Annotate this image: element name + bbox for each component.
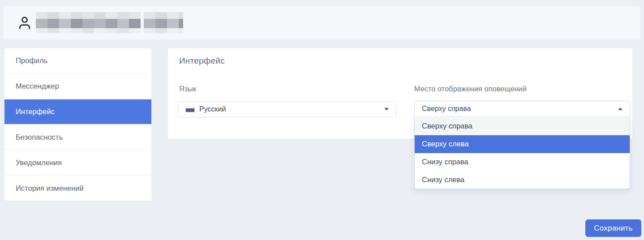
sidebar-item-interface[interactable]: Интерфейс xyxy=(4,99,151,124)
dropdown-option-bottom-right[interactable]: Снизу справа xyxy=(415,153,630,171)
sidebar-item-messenger[interactable]: Мессенджер xyxy=(4,73,151,99)
dropdown-option-top-right[interactable]: Сверху справа xyxy=(415,117,630,135)
dropdown-option-bottom-left[interactable]: Снизу слева xyxy=(415,171,630,189)
redacted-block xyxy=(36,12,141,33)
dropdown-option-top-left[interactable]: Сверху слева xyxy=(415,135,630,153)
notification-position-label: Место отображения оповещений xyxy=(414,85,527,93)
notification-position-select[interactable]: Сверху справа xyxy=(414,101,630,117)
save-button[interactable]: Сохранить xyxy=(585,219,641,237)
sidebar-item-notifications[interactable]: Уведомления xyxy=(4,150,151,175)
sidebar-item-security[interactable]: Безопасность xyxy=(4,124,151,150)
user-header xyxy=(4,6,640,39)
user-name-redacted xyxy=(36,12,183,33)
redacted-block xyxy=(144,12,183,33)
russia-flag-icon xyxy=(185,107,195,112)
language-select[interactable]: Русский xyxy=(178,101,396,117)
sidebar-item-profile[interactable]: Профиль xyxy=(4,48,151,73)
language-select-value: Русский xyxy=(199,105,226,113)
person-icon xyxy=(17,15,32,30)
notification-position-select-value: Сверху справа xyxy=(422,105,471,113)
chevron-down-icon xyxy=(384,108,389,111)
settings-nav: Профиль Мессенджер Интерфейс Безопасност… xyxy=(4,48,151,201)
language-label: Язык xyxy=(179,85,196,93)
chevron-up-icon xyxy=(618,107,623,110)
panel-title: Интерфейс xyxy=(179,56,225,66)
settings-screen: Профиль Мессенджер Интерфейс Безопасност… xyxy=(0,0,644,240)
sidebar-item-history[interactable]: История изменений xyxy=(4,175,151,201)
notification-position-dropdown: Сверху справа Сверху слева Снизу справа … xyxy=(414,117,630,189)
